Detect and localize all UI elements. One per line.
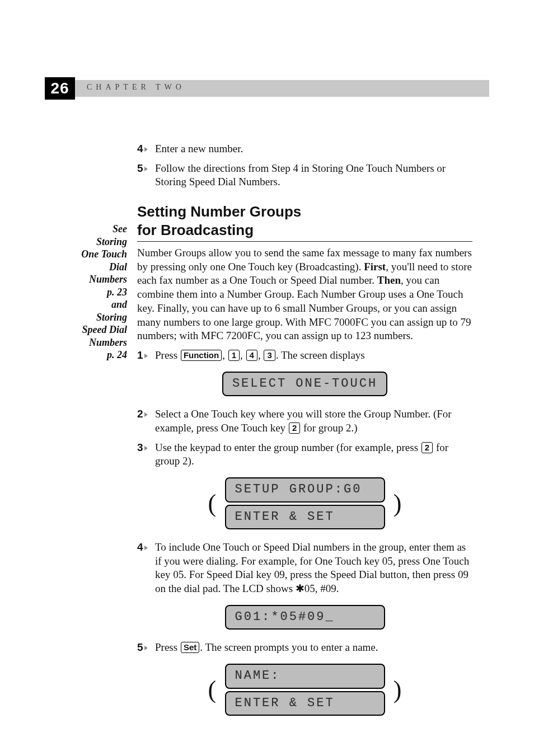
step-number: 5 — [137, 162, 143, 174]
heading-rule — [137, 241, 472, 242]
step-item: 2 Select a One Touch key where you will … — [137, 407, 472, 435]
arrow-icon — [144, 354, 148, 358]
margin-note-line: Numbers — [45, 273, 127, 286]
margin-note-line: p. 24 — [45, 349, 127, 361]
margin-note-line: p. 23 — [45, 286, 127, 299]
text-run: Press — [155, 349, 180, 361]
lcd-screen: G01:*05#09_ — [225, 605, 385, 630]
page-number: 26 — [45, 77, 75, 100]
lcd-screen: ENTER & SET — [225, 691, 385, 716]
bold-word: First — [364, 261, 386, 273]
lcd-screen: SETUP GROUP:G0 — [225, 477, 385, 503]
intro-paragraph: Number Groups allow you to send the same… — [137, 246, 472, 343]
step-number: 5 — [137, 641, 143, 653]
text-run: Use the keypad to enter the group number… — [155, 442, 421, 453]
step-item: 5 Press Set. The screen prompts you to e… — [137, 641, 472, 655]
arrow-icon — [144, 646, 148, 650]
step-number-icon: 2 — [137, 407, 152, 420]
margin-note-line: Storing — [45, 311, 127, 324]
step-text: Use the keypad to enter the group number… — [155, 441, 472, 468]
text-run: for group 2.) — [301, 422, 357, 434]
margin-note-line: See — [45, 223, 127, 236]
lcd-screen: NAME: — [225, 664, 385, 689]
margin-note-line: Numbers — [45, 336, 127, 349]
step-number-icon: 4 — [137, 541, 152, 553]
lcd-screen: SELECT ONE-TOUCH — [222, 372, 387, 397]
paren-left-icon: ( — [208, 491, 217, 516]
heading-line: for Broadcasting — [137, 222, 254, 238]
step-item: 3 Use the keypad to enter the group numb… — [137, 441, 472, 468]
paren-right-icon: ) — [394, 491, 402, 516]
lcd-display-group: SELECT ONE-TOUCH — [137, 369, 472, 399]
margin-note-line: One Touch — [45, 248, 127, 261]
step-number-icon: 5 — [137, 162, 152, 174]
margin-note-line: and — [45, 298, 127, 311]
step-text: Press Function, 1, 4, 3. The screen disp… — [155, 349, 472, 363]
content-area: See Storing One Touch Dial Numbers p. 23… — [45, 139, 472, 727]
step-item: 4 To include One Touch or Speed Dial num… — [137, 541, 472, 596]
step-text: Enter a new number. — [155, 142, 472, 156]
margin-note: See Storing One Touch Dial Numbers p. 23… — [45, 139, 137, 727]
arrow-icon — [144, 167, 148, 171]
step-number: 1 — [137, 349, 143, 361]
lcd-display-group: G01:*05#09_ — [137, 603, 472, 632]
step-number-icon: 3 — [137, 441, 152, 453]
text-run: Press — [155, 641, 180, 653]
lcd-display-group: ( SETUP GROUP:G0 ENTER & SET ) — [137, 475, 472, 532]
step-text: Press Set. The screen prompts you to ent… — [155, 641, 472, 655]
text-run: 05, #09. — [305, 583, 339, 594]
arrow-icon — [144, 546, 148, 550]
lcd-screen: ENTER & SET — [225, 505, 385, 530]
step-number: 4 — [137, 143, 143, 154]
keycap: 3 — [264, 350, 275, 361]
main-column: 4 Enter a new number. 5 Follow the direc… — [137, 139, 472, 727]
section-heading: Setting Number Groups for Broadcasting — [137, 203, 472, 239]
keycap-function: Function — [181, 350, 222, 361]
arrow-icon — [144, 412, 148, 417]
page: 26 CHAPTER TWO See Storing One Touch Dia… — [0, 0, 534, 756]
margin-note-line: Dial — [45, 261, 127, 274]
keycap: 4 — [246, 350, 257, 361]
step-number: 4 — [137, 541, 143, 553]
text-run: . The screen displays — [276, 349, 365, 361]
arrow-icon — [144, 446, 148, 450]
keycap: 1 — [228, 350, 240, 361]
step-number: 2 — [137, 408, 143, 420]
step-number: 3 — [137, 442, 143, 453]
paren-right-icon: ) — [394, 678, 402, 702]
step-number-icon: 4 — [137, 142, 152, 154]
step-text: Select a One Touch key where you will st… — [155, 407, 472, 435]
text-run: . The screen prompts you to enter a name… — [200, 641, 378, 653]
lcd-display-group: ( NAME: ENTER & SET ) — [137, 661, 472, 718]
step-number-icon: 1 — [137, 349, 152, 361]
step-item: 1 Press Function, 1, 4, 3. The screen di… — [137, 349, 472, 363]
bold-word: Then — [377, 274, 401, 286]
paren-left-icon: ( — [208, 678, 217, 702]
arrow-icon — [144, 147, 148, 152]
keycap: 2 — [289, 422, 300, 434]
chapter-label: CHAPTER TWO — [87, 83, 185, 92]
step-text: To include One Touch or Speed Dial numbe… — [155, 541, 472, 596]
keycap-set: Set — [181, 642, 199, 653]
step-number-icon: 5 — [137, 641, 152, 653]
margin-note-line: Storing — [45, 236, 127, 248]
step-text: Follow the directions from Step 4 in Sto… — [155, 162, 472, 189]
keycap: 2 — [421, 442, 433, 453]
margin-note-line: Speed Dial — [45, 323, 127, 336]
star-icon: ✱ — [296, 583, 305, 594]
heading-line: Setting Number Groups — [137, 203, 301, 220]
step-item: 4 Enter a new number. — [137, 142, 472, 156]
step-item: 5 Follow the directions from Step 4 in S… — [137, 162, 472, 189]
